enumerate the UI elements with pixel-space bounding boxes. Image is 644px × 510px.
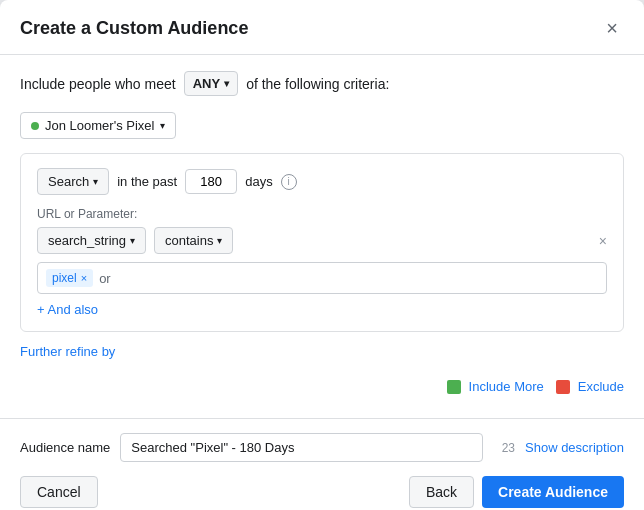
include-prefix: Include people who meet: [20, 76, 176, 92]
create-custom-audience-modal: Create a Custom Audience × Include peopl…: [0, 0, 644, 510]
include-row: Include people who meet ANY ▾ of the fol…: [20, 71, 624, 96]
exclude-icon: [556, 380, 570, 394]
audience-name-row: Audience name 23 Show description: [20, 433, 624, 462]
audience-name-input[interactable]: [120, 433, 483, 462]
exclude-link[interactable]: Exclude: [556, 379, 624, 394]
footer-buttons: Cancel Back Create Audience: [20, 476, 624, 508]
pixel-tag: pixel ×: [46, 269, 93, 287]
filter-op-chevron-icon: ▾: [217, 235, 222, 246]
exclude-label: Exclude: [578, 379, 624, 394]
and-also-link[interactable]: + And also: [37, 302, 98, 317]
create-audience-button[interactable]: Create Audience: [482, 476, 624, 508]
right-buttons: Back Create Audience: [409, 476, 624, 508]
or-label: or: [99, 271, 111, 286]
any-dropdown[interactable]: ANY ▾: [184, 71, 238, 96]
search-chevron-icon: ▾: [93, 176, 98, 187]
search-dropdown[interactable]: Search ▾: [37, 168, 109, 195]
in-the-past-label: in the past: [117, 174, 177, 189]
close-button[interactable]: ×: [600, 16, 624, 40]
filter-field-dropdown[interactable]: search_string ▾: [37, 227, 146, 254]
info-icon[interactable]: i: [281, 174, 297, 190]
cancel-button[interactable]: Cancel: [20, 476, 98, 508]
modal-header: Create a Custom Audience ×: [0, 0, 644, 55]
days-label: days: [245, 174, 272, 189]
any-label: ANY: [193, 76, 220, 91]
pixel-chevron-icon: ▾: [160, 120, 165, 131]
tag-remove-icon[interactable]: ×: [81, 272, 87, 284]
filter-field-chevron-icon: ▾: [130, 235, 135, 246]
tag-value: pixel: [52, 271, 77, 285]
char-count: 23: [493, 441, 515, 455]
modal-footer: Audience name 23 Show description Cancel…: [0, 418, 644, 510]
audience-name-label: Audience name: [20, 440, 110, 455]
filter-field-label: search_string: [48, 233, 126, 248]
filter-op-label: contains: [165, 233, 213, 248]
back-button[interactable]: Back: [409, 476, 474, 508]
show-description-button[interactable]: Show description: [525, 440, 624, 455]
filter-op-dropdown[interactable]: contains ▾: [154, 227, 233, 254]
include-more-link[interactable]: Include More: [447, 379, 544, 394]
action-row: Include More Exclude: [20, 371, 624, 402]
include-more-icon: [447, 380, 461, 394]
tag-row[interactable]: pixel × or: [37, 262, 607, 294]
days-input[interactable]: [185, 169, 237, 194]
modal-body: Include people who meet ANY ▾ of the fol…: [0, 55, 644, 418]
any-chevron-icon: ▾: [224, 78, 229, 89]
search-label: Search: [48, 174, 89, 189]
pixel-name: Jon Loomer's Pixel: [45, 118, 154, 133]
modal-title: Create a Custom Audience: [20, 18, 248, 39]
filter-remove-button[interactable]: ×: [599, 233, 607, 249]
pixel-status-dot: [31, 122, 39, 130]
criteria-row1: Search ▾ in the past days i: [37, 168, 607, 195]
pixel-selector[interactable]: Jon Loomer's Pixel ▾: [20, 112, 176, 139]
include-more-label: Include More: [469, 379, 544, 394]
criteria-box: Search ▾ in the past days i URL or Param…: [20, 153, 624, 332]
include-suffix: of the following criteria:: [246, 76, 389, 92]
url-label: URL or Parameter:: [37, 207, 607, 221]
filter-row: search_string ▾ contains ▾ ×: [37, 227, 607, 254]
further-refine-link[interactable]: Further refine by: [20, 344, 115, 359]
